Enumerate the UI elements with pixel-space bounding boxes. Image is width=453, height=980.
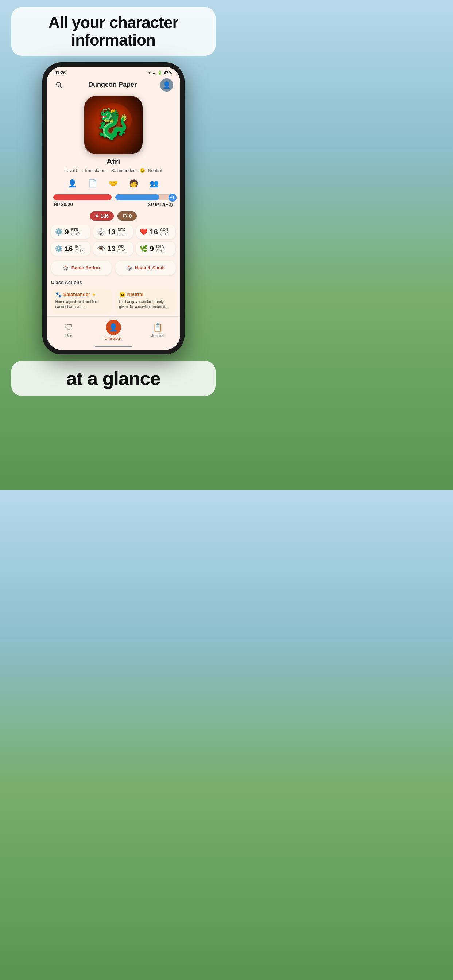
app-header: Dungeon Paper 👤 [47, 77, 180, 94]
character-image-wrap [47, 94, 180, 157]
character-subtitle: Level 5 · Immolator · Salamander · 😐 Neu… [47, 168, 180, 173]
armor-shield-icon: 🛡 [123, 213, 127, 219]
basic-action-icon: 🎲 [62, 265, 69, 271]
str-value: 9 [65, 228, 69, 235]
bottom-nav: 🛡 Use 👤 Character 📋 Journal [47, 317, 180, 343]
hp-fill [53, 194, 112, 200]
wis-icon: 👁️ [97, 245, 105, 253]
home-bar [95, 345, 132, 347]
stat-str: ⚙️ 9 STR ⬡ +0 [51, 225, 91, 239]
actions-row: 🎲 Basic Action 🎲 Hack & Slash [47, 259, 180, 280]
salamander-desc: Non-magical heat and fire cannot harm yo… [56, 299, 108, 310]
hp-bar-wrap [53, 194, 112, 200]
search-button[interactable] [53, 79, 65, 91]
nav-icon-party[interactable]: 🧑 [127, 177, 140, 190]
armor-badge[interactable]: 🛡 0 [118, 212, 137, 221]
str-mod: ⬡ +0 [71, 232, 80, 236]
app-title: Dungeon Paper [88, 81, 137, 89]
nav-icon-handshake[interactable]: 🤝 [107, 177, 120, 190]
top-banner: All your character information [11, 7, 215, 56]
neutral-name: Neutral [127, 292, 144, 297]
nav-journal[interactable]: 📋 Journal [145, 323, 171, 337]
con-mod: ⬡ +2 [160, 232, 169, 236]
con-icon: ❤️ [140, 228, 148, 236]
class-actions-section: Class Actions 🐾 Salamander ★ Non-magical… [47, 280, 180, 317]
neutral-icon: 😐 [119, 292, 126, 298]
stat-wis: 👁️ 13 WIS ⬡ +1 [93, 242, 133, 256]
phone-frame: 01:26 ▾ ▲ 🔋 47% Dungeon Paper 👤 [42, 62, 185, 355]
avatar[interactable]: 👤 [160, 78, 173, 92]
stat-con: ❤️ 16 CON ⬡ +2 [136, 225, 176, 239]
dex-name: DEX [118, 228, 126, 232]
char-level: Level 5 [65, 168, 79, 173]
int-icon: ⚙️ [55, 245, 63, 253]
basic-action-button[interactable]: 🎲 Basic Action [51, 261, 112, 275]
phone-screen: 01:26 ▾ ▲ 🔋 47% Dungeon Paper 👤 [47, 67, 180, 350]
character-name: Atri [47, 157, 180, 167]
class-card-neutral[interactable]: 😐 Neutral Exchange a sacrifice, freely g… [115, 288, 176, 313]
neutral-desc: Exchange a sacrifice, freely given, for … [119, 299, 171, 310]
salamander-name: Salamander [64, 292, 91, 297]
status-icons: ▾ ▲ 🔋 47% [148, 70, 172, 75]
character-tab-label: Character [104, 336, 122, 340]
damage-dice-badge[interactable]: ✕ 1d6 [90, 212, 114, 221]
class-card-salamander[interactable]: 🐾 Salamander ★ Non-magical heat and fire… [51, 288, 112, 313]
con-value: 16 [150, 228, 158, 235]
battery-percent: 47% [164, 71, 172, 75]
nav-icon-group[interactable]: 👥 [148, 177, 161, 190]
cha-name: CHA [156, 245, 164, 249]
xp-plus-badge[interactable]: +1 [169, 194, 177, 202]
hack-slash-icon: 🎲 [126, 265, 132, 271]
str-name: STR [71, 228, 80, 232]
cha-value: 9 [150, 245, 154, 252]
svg-line-1 [60, 86, 62, 88]
char-alignment: Neutral [148, 168, 162, 173]
character-nav-icons: 👤 📄 🤝 🧑 👥 [47, 177, 180, 190]
bars-labels: HP 20/20 XP 9/12(+2) [53, 202, 174, 207]
dice-x-icon: ✕ [95, 213, 99, 219]
status-bar: 01:26 ▾ ▲ 🔋 47% [47, 67, 180, 77]
int-mod: ⬡ +2 [75, 249, 83, 253]
hack-slash-label: Hack & Slash [135, 265, 165, 270]
nav-use[interactable]: 🛡 Use [56, 323, 82, 337]
wifi-icon: ▾ [148, 70, 151, 75]
nav-character[interactable]: 👤 Character [100, 320, 126, 340]
bottom-banner: at a glance [11, 361, 215, 396]
time: 01:26 [55, 70, 66, 75]
use-icon: 🛡 [65, 323, 73, 332]
top-banner-text: All your character information [22, 14, 205, 49]
str-icon: ⚙️ [55, 228, 63, 236]
stat-int: ⚙️ 16 INT ⬡ +2 [51, 242, 91, 256]
dex-icon: 🥋 [97, 228, 105, 236]
char-race: Salamander [111, 168, 135, 173]
dex-value: 13 [107, 228, 115, 235]
bottom-banner-text: at a glance [22, 368, 205, 390]
cha-icon: 🌿 [140, 245, 148, 253]
char-class: Immolator [85, 168, 104, 173]
home-indicator [47, 343, 180, 350]
stats-grid: ⚙️ 9 STR ⬡ +0 🥋 13 DEX ⬡ +1 ❤️ 16 [47, 225, 180, 259]
nav-icon-notes[interactable]: 📄 [86, 177, 100, 190]
nav-icon-character[interactable]: 👤 [66, 177, 79, 190]
con-name: CON [160, 228, 169, 232]
use-label: Use [65, 333, 73, 337]
wis-name: WIS [118, 245, 126, 249]
xp-label: XP 9/12(+2) [148, 202, 173, 207]
xp-bar [115, 194, 174, 200]
wis-mod: ⬡ +1 [118, 249, 126, 253]
basic-action-label: Basic Action [72, 265, 100, 270]
signal-icon: ▲ [152, 71, 156, 75]
dice-row: ✕ 1d6 🛡 0 [47, 212, 180, 221]
xp-fill [115, 194, 159, 200]
hack-slash-button[interactable]: 🎲 Hack & Slash [115, 261, 176, 275]
int-value: 16 [65, 245, 73, 252]
class-actions-label: Class Actions [51, 280, 176, 285]
character-image [84, 96, 143, 154]
dex-mod: ⬡ +1 [118, 232, 126, 236]
salamander-icon: 🐾 [56, 292, 62, 298]
armor-value: 0 [129, 213, 132, 219]
stat-dex: 🥋 13 DEX ⬡ +1 [93, 225, 133, 239]
journal-icon: 📋 [153, 323, 163, 332]
wis-value: 13 [107, 245, 115, 252]
cha-mod: ⬡ +0 [156, 249, 164, 253]
